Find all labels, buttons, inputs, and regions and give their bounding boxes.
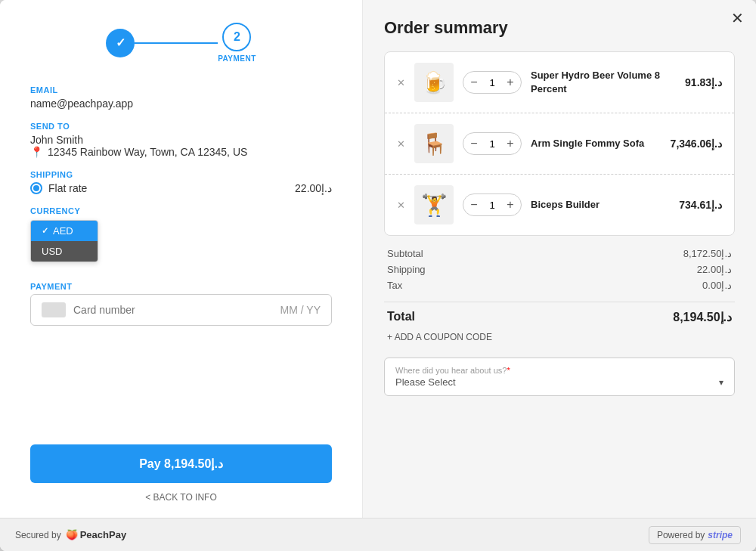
item-3-price: د.إ734.61	[679, 199, 722, 211]
step-2-circle: 2	[222, 23, 251, 51]
currency-aed-label: AED	[53, 225, 73, 237]
payment-section: PAYMENT MM / YY	[30, 282, 332, 326]
email-section: EMAIL name@peachpay.app	[30, 85, 332, 110]
shipping-row: Flat rate د.إ22.00	[30, 182, 332, 194]
qty-decrease-3[interactable]: −	[463, 194, 485, 215]
right-panel: Order summary ✕ 🍺 − 1 + Super Hydro Beer…	[363, 0, 756, 518]
subtotal-row: Subtotal د.إ8,172.50	[384, 248, 735, 259]
qty-decrease-1[interactable]: −	[463, 72, 485, 93]
recipient-name: John Smith	[30, 134, 332, 146]
pay-button[interactable]: Pay د.إ8,194.50	[30, 444, 332, 483]
subtotal-label: Subtotal	[387, 248, 423, 259]
hear-about-value: Please Select	[395, 376, 456, 388]
recipient-address: 12345 Rainbow Way, Town, CA 12345, US	[48, 146, 247, 158]
back-to-info-link[interactable]: < BACK TO INFO	[30, 492, 332, 503]
currency-menu: ✓ AED USD	[30, 220, 98, 262]
order-item-1: ✕ 🍺 − 1 + Super Hydro Beer Volume 8 Perc…	[385, 52, 734, 113]
item-1-name: Super Hydro Beer Volume 8 Percent	[531, 69, 676, 96]
shipping-option-text: Flat rate	[48, 182, 87, 194]
close-button[interactable]: ✕	[731, 11, 744, 26]
qty-value-1: 1	[485, 77, 500, 88]
qty-increase-2[interactable]: +	[500, 133, 521, 154]
subtotal-value: د.إ8,172.50	[683, 248, 732, 259]
shipping-price: د.إ22.00	[295, 182, 332, 194]
secured-by-text: Secured by	[15, 530, 61, 540]
checkout-modal: ✕ ✓ 2 PAYMENT EMAIL name@peachpay.a	[0, 0, 756, 551]
peachpay-name: PeachPay	[80, 529, 126, 540]
order-item-3: ✕ 🏋️ − 1 + Biceps Builder د.إ734.61	[385, 175, 734, 235]
shipping-label: SHIPPING	[30, 170, 332, 179]
hear-about-label: Where did you hear about us?*	[395, 366, 723, 375]
radio-dot-inner	[33, 185, 39, 191]
peachpay-logo: 🍑 PeachPay	[66, 529, 126, 540]
step-line	[135, 42, 218, 44]
checkmark-icon: ✓	[42, 226, 48, 236]
radio-dot	[30, 182, 42, 194]
remove-item-3-button[interactable]: ✕	[397, 200, 405, 211]
currency-label: CURRENCY	[30, 206, 332, 215]
qty-value-2: 1	[485, 138, 500, 150]
payment-label: PAYMENT	[30, 282, 332, 291]
pin-icon: 📍	[30, 146, 43, 158]
currency-dropdown[interactable]: ✓ AED USD	[30, 220, 98, 262]
required-indicator: *	[507, 366, 510, 375]
send-to-label: SEND TO	[30, 122, 332, 131]
step-1-circle: ✓	[106, 29, 135, 57]
email-value: name@peachpay.app	[30, 98, 332, 110]
shipping-summary-value: د.إ22.00	[697, 264, 732, 275]
tax-row: Tax د.إ0.00	[384, 280, 735, 291]
item-3-image: 🏋️	[414, 185, 454, 224]
card-icon	[42, 302, 66, 317]
qty-control-1: − 1 +	[463, 71, 522, 94]
shipping-option-label[interactable]: Flat rate	[30, 182, 87, 194]
step-2-wrapper: 2 PAYMENT	[218, 23, 256, 63]
tax-label: Tax	[387, 280, 402, 291]
qty-increase-3[interactable]: +	[500, 194, 521, 215]
total-label: Total	[387, 310, 415, 324]
chevron-down-icon: ▾	[719, 377, 723, 388]
secured-by: Secured by 🍑 PeachPay	[15, 529, 126, 540]
item-1-price: د.إ91.83	[685, 76, 722, 88]
total-row: Total د.إ8,194.50	[384, 302, 735, 324]
left-panel: ✓ 2 PAYMENT EMAIL name@peachpay.app SEND…	[0, 0, 363, 518]
remove-item-2-button[interactable]: ✕	[397, 138, 405, 150]
stripe-logo: stripe	[708, 530, 733, 540]
currency-option-usd[interactable]: USD	[31, 241, 98, 262]
qty-increase-1[interactable]: +	[500, 72, 521, 93]
hear-about-dropdown[interactable]: Where did you hear about us?* Please Sel…	[384, 358, 735, 396]
qty-decrease-2[interactable]: −	[463, 133, 485, 154]
recipient-address-row: 📍 12345 Rainbow Way, Town, CA 12345, US	[30, 146, 332, 158]
shipping-summary-label: Shipping	[387, 264, 426, 275]
item-2-image: 🪑	[414, 124, 454, 163]
peachpay-icon: 🍑	[66, 529, 78, 540]
powered-by-text: Powered by	[657, 530, 705, 540]
shipping-summary-row: Shipping د.إ22.00	[384, 264, 735, 275]
order-summary-title: Order summary	[384, 18, 735, 38]
remove-item-1-button[interactable]: ✕	[397, 77, 405, 88]
qty-control-2: − 1 +	[463, 132, 522, 155]
step-1-check: ✓	[116, 36, 125, 50]
card-number-input[interactable]	[73, 304, 273, 316]
stepper: ✓ 2 PAYMENT	[30, 23, 332, 63]
step-2-number: 2	[234, 30, 240, 44]
item-2-name: Arm Single Fommy Sofa	[531, 137, 662, 150]
send-to-section: SEND TO John Smith 📍 12345 Rainbow Way, …	[30, 122, 332, 158]
tax-value: د.إ0.00	[702, 280, 732, 291]
modal-body: ✓ 2 PAYMENT EMAIL name@peachpay.app SEND…	[0, 0, 756, 518]
item-2-price: د.إ7,346.06	[671, 138, 722, 150]
powered-by-stripe: Powered by stripe	[649, 526, 741, 544]
item-1-image: 🍺	[414, 63, 454, 102]
card-expiry: MM / YY	[280, 304, 321, 316]
currency-option-aed[interactable]: ✓ AED	[31, 221, 98, 241]
card-input-row[interactable]: MM / YY	[30, 294, 332, 326]
step-2-caption: PAYMENT	[218, 54, 256, 63]
qty-control-3: − 1 +	[463, 193, 522, 216]
total-value: د.إ8,194.50	[673, 310, 732, 324]
shipping-section: SHIPPING Flat rate د.إ22.00	[30, 170, 332, 194]
modal-footer: Secured by 🍑 PeachPay Powered by stripe	[0, 518, 756, 551]
qty-value-3: 1	[485, 200, 500, 211]
currency-section: CURRENCY ✓ AED USD	[30, 206, 332, 262]
coupon-code-link[interactable]: + ADD A COUPON CODE	[387, 332, 732, 342]
order-item-2: ✕ 🪑 − 1 + Arm Single Fommy Sofa د.إ7,346…	[385, 113, 734, 175]
email-label: EMAIL	[30, 85, 332, 94]
